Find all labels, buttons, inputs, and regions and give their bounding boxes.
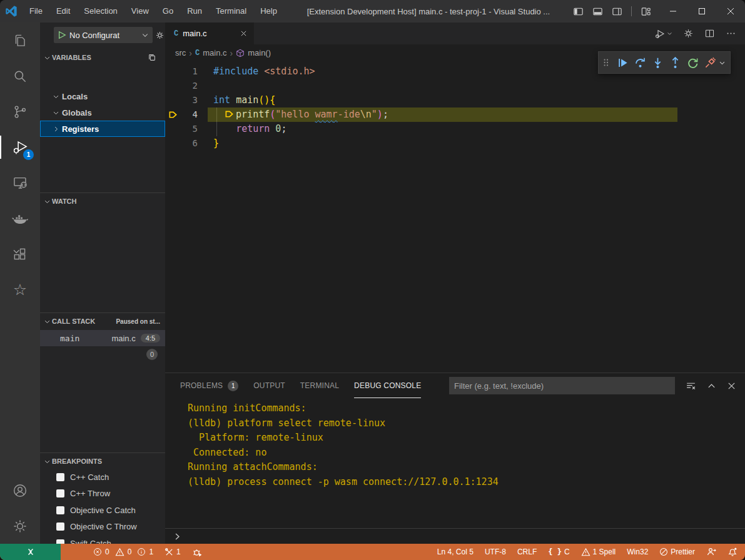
restart-button[interactable] (684, 54, 701, 71)
toggle-sidebar-icon[interactable] (573, 6, 584, 17)
breadcrumb-file[interactable]: Cmain.c (195, 48, 227, 58)
toolbar-drag-handle[interactable] (601, 58, 614, 67)
maximize-panel-icon[interactable] (707, 381, 716, 391)
variables-section-header[interactable]: VARIABLES (40, 50, 165, 65)
sidebar-item-wamr[interactable]: ☆ (0, 272, 40, 308)
debug-status-icon-item[interactable] (192, 547, 203, 558)
step-over-button[interactable] (631, 54, 649, 71)
variables-scope-locals[interactable]: Locals (40, 88, 165, 104)
breakpoint-checkbox[interactable] (56, 473, 64, 481)
docker-whale-icon (11, 210, 29, 228)
line-number: 5 (165, 122, 198, 136)
frame-position-badge: 4:5 (141, 334, 160, 342)
call-stack-frame-row[interactable]: main main.c 4:5 (40, 330, 165, 346)
console-filter-input[interactable] (449, 377, 675, 394)
feedback-icon-item[interactable] (706, 547, 716, 557)
debug-console-output[interactable]: Running initCommands:(lldb) platform sel… (165, 398, 745, 528)
breadcrumb-symbol[interactable]: main() (236, 48, 271, 58)
breakpoints-section-header[interactable]: BREAKPOINTS (40, 454, 165, 469)
sidebar-item-source-control[interactable] (0, 94, 40, 129)
breakpoint-row[interactable]: C++ Catch (40, 469, 165, 486)
step-out-button[interactable] (666, 54, 684, 71)
menu-go[interactable]: Go (156, 0, 180, 22)
breakpoint-row[interactable]: C++ Throw (40, 486, 165, 502)
menu-help[interactable]: Help (253, 0, 284, 22)
more-actions-icon[interactable] (726, 28, 736, 39)
eol-indicator[interactable]: CRLF (517, 548, 537, 556)
menu-run[interactable]: Run (180, 0, 209, 22)
editor-gear-icon[interactable] (683, 28, 694, 39)
debug-toolbar-chevron-icon[interactable] (719, 59, 726, 66)
code-line[interactable]: 5 return 0; (165, 122, 745, 136)
menu-edit[interactable]: Edit (49, 0, 77, 22)
run-or-debug-button[interactable] (654, 28, 672, 39)
tab-close-icon[interactable] (240, 29, 248, 38)
debug-config-dropdown[interactable]: No Configurat (54, 27, 153, 43)
code-line[interactable]: 2 (165, 79, 745, 93)
code-line[interactable]: 6} (165, 136, 745, 151)
customize-layout-icon[interactable] (641, 6, 651, 17)
extensions-icon (12, 246, 28, 262)
breakpoint-checkbox[interactable] (56, 522, 64, 531)
close-panel-icon[interactable] (727, 381, 736, 391)
step-into-button[interactable] (649, 54, 666, 71)
remote-indicator[interactable] (0, 544, 61, 560)
variables-scope-registers[interactable]: Registers (40, 121, 165, 137)
notifications-bell-item[interactable] (727, 547, 737, 557)
call-stack-section-header[interactable]: CALL STACK Paused on st... (40, 314, 165, 329)
panel-tab-debug-console[interactable]: DEBUG CONSOLE (354, 373, 421, 398)
panel-tab-problems[interactable]: PROBLEMS1 (180, 373, 238, 398)
sidebar-item-explorer[interactable] (0, 22, 40, 58)
sidebar-item-extensions[interactable] (0, 236, 40, 272)
code-line[interactable]: 3int main(){ (165, 93, 745, 108)
tab-main-c[interactable]: C main.c (165, 22, 255, 44)
console-line: Running initCommands: (188, 401, 745, 416)
minimize-button[interactable] (659, 0, 687, 22)
breakpoint-row[interactable]: Objective C Throw (40, 519, 165, 536)
sidebar-item-search[interactable] (0, 58, 40, 94)
watch-section-header[interactable]: WATCH (40, 194, 165, 209)
cursor-position[interactable]: Ln 4, Col 5 (437, 548, 474, 556)
menu-terminal[interactable]: Terminal (209, 0, 253, 22)
maximize-button[interactable] (687, 0, 716, 22)
debug-toolbar (598, 51, 731, 74)
menu-view[interactable]: View (124, 0, 156, 22)
toolchain-status[interactable]: 1 (165, 548, 181, 557)
manage-button[interactable] (0, 508, 40, 544)
variables-scope-globals[interactable]: Globals (40, 104, 165, 121)
toggle-secondary-sidebar-icon[interactable] (612, 6, 622, 17)
breadcrumb-folder[interactable]: src (175, 48, 186, 58)
sidebar-item-run-and-debug[interactable]: 1 (0, 129, 40, 165)
close-button[interactable] (716, 0, 745, 22)
breakpoint-checkbox[interactable] (56, 489, 64, 498)
encoding-indicator[interactable]: UTF-8 (485, 548, 506, 556)
menu-file[interactable]: File (23, 0, 49, 22)
sidebar-item-remote-explorer[interactable] (0, 165, 40, 201)
menu-selection[interactable]: Selection (77, 0, 124, 22)
debug-console-input[interactable] (165, 528, 745, 544)
chevron-down-icon (53, 109, 59, 116)
panel-tab-terminal[interactable]: TERMINAL (300, 373, 339, 398)
toggle-panel-icon[interactable] (592, 6, 603, 17)
breakpoint-label: C++ Catch (70, 472, 109, 482)
editor-tab-bar: C main.c (165, 22, 745, 44)
breakpoint-checkbox[interactable] (56, 506, 64, 514)
language-mode[interactable]: { }C (548, 548, 569, 556)
formatter-status[interactable]: Prettier (659, 548, 695, 556)
clear-console-icon[interactable] (686, 381, 696, 391)
breakpoint-row[interactable]: Objective C Catch (40, 502, 165, 519)
disconnect-button[interactable] (701, 54, 719, 71)
platform-indicator[interactable]: Win32 (627, 548, 648, 556)
start-debugging-icon[interactable] (58, 31, 66, 39)
panel-tab-output[interactable]: OUTPUT (253, 373, 285, 398)
split-editor-icon[interactable] (704, 28, 715, 39)
problems-status[interactable]: 0 0 1 (93, 548, 153, 557)
debug-settings-gear-icon[interactable] (155, 31, 165, 40)
copy-icon[interactable] (148, 53, 156, 62)
code-line[interactable]: 4 printf("hello wamr-ide\n"); (165, 108, 745, 122)
accounts-button[interactable] (0, 472, 40, 508)
continue-button[interactable] (614, 54, 631, 71)
sidebar-item-docker[interactable] (0, 201, 40, 236)
code-editor[interactable]: 1#include <stdio.h>23int main(){4 printf… (165, 61, 745, 372)
spell-checker-status[interactable]: 1 Spell (581, 548, 616, 557)
